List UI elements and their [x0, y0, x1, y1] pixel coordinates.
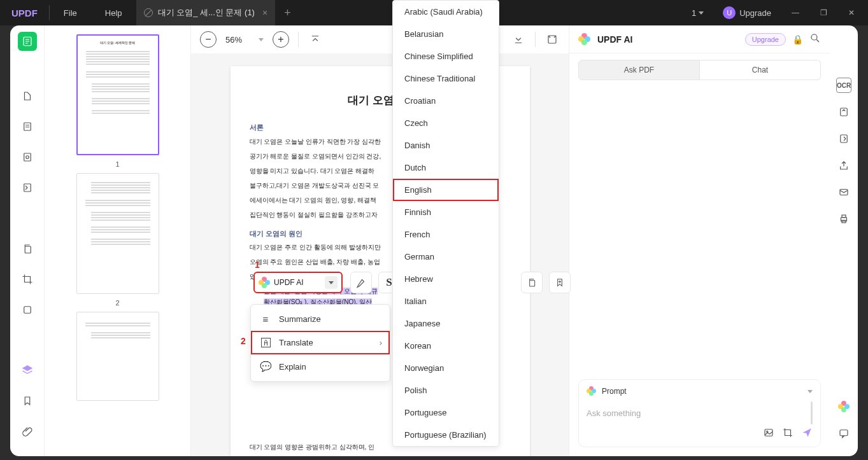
- ocr-icon[interactable]: OCR: [836, 78, 851, 93]
- prompt-box: Prompt: [578, 379, 821, 447]
- menu-translate[interactable]: 🄰 Translate ›: [251, 331, 390, 354]
- language-option[interactable]: Belarusian: [393, 23, 499, 45]
- svg-rect-7: [24, 153, 31, 161]
- svg-point-8: [25, 156, 29, 159]
- upgrade-button[interactable]: U Upgrade: [715, 6, 779, 19]
- language-option[interactable]: Dutch: [393, 157, 499, 179]
- zoom-out-button[interactable]: −: [200, 31, 217, 48]
- chevron-down-icon[interactable]: [808, 390, 813, 393]
- app-logo: UPDF: [0, 5, 50, 20]
- language-option[interactable]: Korean: [393, 335, 499, 357]
- language-option[interactable]: Japanese: [393, 312, 499, 335]
- mail-icon[interactable]: [836, 185, 851, 200]
- ai-dropdown-toggle[interactable]: [325, 276, 338, 289]
- language-option[interactable]: Croatian: [393, 90, 499, 112]
- annotation-2: 2: [241, 336, 246, 346]
- svg-rect-4: [24, 123, 31, 130]
- list-icon: ≡: [260, 314, 271, 324]
- bookmark-icon[interactable]: [18, 391, 37, 410]
- titlebar-counter[interactable]: 1: [692, 8, 710, 18]
- stamp-icon[interactable]: [18, 300, 37, 319]
- share-icon[interactable]: [836, 158, 851, 173]
- svg-rect-23: [842, 215, 846, 218]
- window-maximize-icon[interactable]: ❐: [812, 3, 835, 22]
- language-option[interactable]: Norwegian: [393, 357, 499, 379]
- image-attach-icon[interactable]: [763, 427, 774, 440]
- menu-help[interactable]: Help: [91, 8, 136, 18]
- language-option[interactable]: German: [393, 246, 499, 268]
- language-option[interactable]: Czech: [393, 112, 499, 134]
- language-option[interactable]: Chinese Simplified: [393, 45, 499, 67]
- zoom-in-button[interactable]: +: [273, 31, 289, 48]
- chevron-right-icon: ›: [380, 338, 382, 347]
- language-option[interactable]: Italian: [393, 290, 499, 312]
- chat-icon[interactable]: [836, 426, 851, 441]
- thumbnails-icon[interactable]: [18, 32, 37, 51]
- svg-point-15: [811, 34, 817, 40]
- language-option[interactable]: Portuguese (Brazilian): [393, 424, 499, 446]
- language-option[interactable]: French: [393, 223, 499, 246]
- prompt-input[interactable]: [587, 402, 804, 424]
- language-option[interactable]: Hebrew: [393, 268, 499, 290]
- ai-logo-icon[interactable]: [836, 399, 851, 414]
- copy-text-icon[interactable]: [521, 272, 543, 293]
- thumbnail-page-1[interactable]: 대기 오염: 세계적인 문제: [76, 34, 159, 155]
- language-option[interactable]: Polish: [393, 379, 499, 401]
- menu-explain[interactable]: 💬 Explain: [251, 354, 390, 379]
- convert-icon[interactable]: [836, 104, 851, 120]
- language-option[interactable]: Arabic (Saudi Arabia): [393, 1, 499, 23]
- input-resize-handle[interactable]: [811, 401, 813, 424]
- add-bookmark-icon[interactable]: [549, 272, 571, 293]
- highlight-tool-icon[interactable]: [350, 272, 372, 293]
- document-tab[interactable]: 대기 오염_ 세...인 문제 (1) ×: [136, 0, 276, 25]
- tab-ask-pdf[interactable]: Ask PDF: [578, 60, 700, 80]
- annotation-1: 1: [255, 260, 260, 270]
- ai-upgrade-button[interactable]: Upgrade: [745, 33, 786, 46]
- updf-ai-logo-icon: [578, 33, 591, 46]
- attachment-icon[interactable]: [18, 422, 37, 441]
- search-icon[interactable]: [809, 32, 821, 46]
- fit-icon[interactable]: [544, 31, 560, 48]
- menu-file[interactable]: File: [50, 8, 91, 18]
- go-top-icon[interactable]: [308, 31, 323, 48]
- ai-side-panel: UPDF AI Upgrade 🔒 Ask PDF Chat Prompt: [569, 25, 830, 456]
- send-button[interactable]: [801, 427, 813, 440]
- highlight-tool-icon[interactable]: [18, 87, 37, 106]
- copy-icon[interactable]: [18, 239, 37, 258]
- window-close-icon[interactable]: ✕: [840, 3, 863, 22]
- go-bottom-icon[interactable]: [511, 31, 526, 48]
- menu-summarize[interactable]: ≡ Summarize: [251, 307, 390, 331]
- tab-chat[interactable]: Chat: [700, 60, 821, 80]
- tab-close-icon[interactable]: ×: [260, 8, 267, 18]
- language-option[interactable]: Finnish: [393, 201, 499, 223]
- right-action-rail: OCR: [830, 25, 858, 456]
- crop-attach-icon[interactable]: [782, 427, 793, 440]
- svg-rect-20: [841, 135, 848, 143]
- thumb-label-2: 2: [115, 299, 119, 307]
- language-option[interactable]: Chinese Traditional: [393, 67, 499, 90]
- layers-icon[interactable]: [18, 361, 37, 380]
- edit-tool-icon[interactable]: [18, 117, 37, 136]
- language-option[interactable]: Danish: [393, 134, 499, 157]
- lock-icon: 🔒: [792, 34, 803, 45]
- translate-icon: 🄰: [260, 337, 271, 348]
- thumbnail-panel: 대기 오염: 세계적인 문제 1 2: [45, 25, 191, 456]
- page-tool-icon[interactable]: [18, 148, 37, 167]
- thumbnail-page-3[interactable]: [76, 312, 159, 401]
- thumb-label-1: 1: [115, 160, 119, 168]
- svg-rect-10: [25, 246, 31, 253]
- updf-ai-context-button[interactable]: UPDF AI: [253, 272, 343, 293]
- tab-add-button[interactable]: +: [275, 6, 300, 20]
- svg-rect-11: [24, 307, 31, 314]
- svg-rect-21: [840, 190, 848, 195]
- crop-icon[interactable]: [18, 270, 37, 289]
- print-icon[interactable]: [836, 211, 851, 227]
- language-option[interactable]: English: [393, 179, 499, 201]
- export-icon[interactable]: [836, 131, 851, 146]
- thumbnail-page-2[interactable]: [76, 173, 159, 294]
- tab-label: 대기 오염_ 세...인 문제 (1): [158, 7, 255, 18]
- window-minimize-icon[interactable]: —: [784, 3, 807, 22]
- zoom-level[interactable]: 56%: [225, 35, 264, 45]
- form-tool-icon[interactable]: [18, 178, 37, 197]
- language-option[interactable]: Portuguese: [393, 401, 499, 424]
